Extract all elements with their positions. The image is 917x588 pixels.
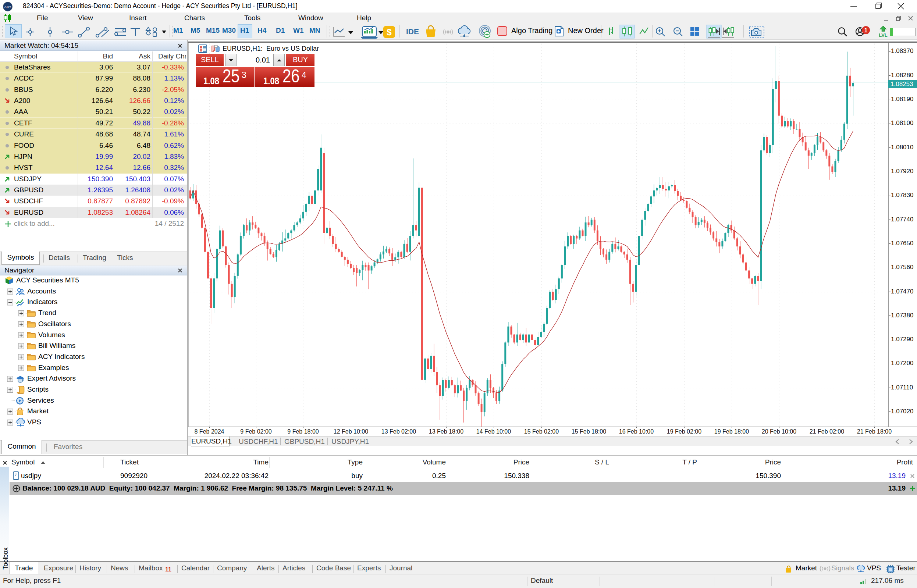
svg-text:LVL: LVL xyxy=(879,32,888,38)
svg-text:1: 1 xyxy=(864,27,868,34)
svg-text:$: $ xyxy=(387,27,392,37)
svg-text:ACY: ACY xyxy=(4,5,11,9)
